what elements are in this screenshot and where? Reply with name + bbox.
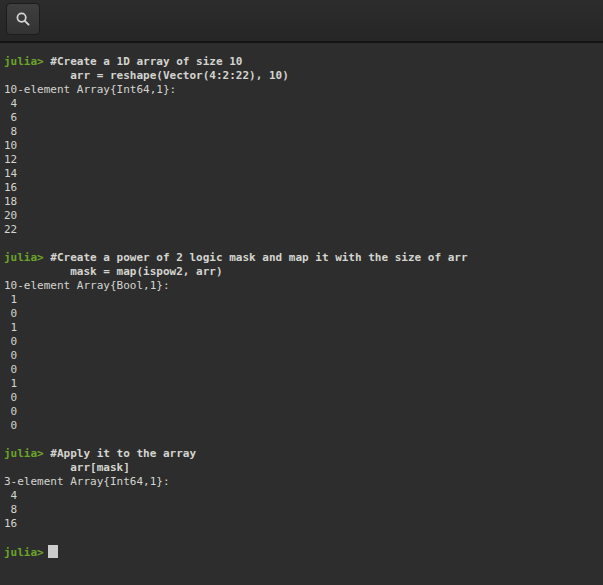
terminal-line: julia> <box>4 545 599 559</box>
terminal-line: 0 <box>4 419 599 433</box>
text-cursor <box>48 545 58 558</box>
terminal-line: arr[mask] <box>4 461 599 475</box>
terminal-text: #Apply it to the array <box>50 447 196 460</box>
terminal-text: 18 <box>4 195 17 208</box>
terminal-line: julia> #Create a power of 2 logic mask a… <box>4 251 599 265</box>
terminal-text: 12 <box>4 153 17 166</box>
terminal-line: 4 <box>4 97 599 111</box>
terminal-text: 10-element Array{Int64,1}: <box>4 83 176 96</box>
terminal-text: 3-element Array{Int64,1}: <box>4 475 170 488</box>
terminal-line: 0 <box>4 363 599 377</box>
julia-prompt: julia> <box>4 447 50 460</box>
terminal-line: 3-element Array{Int64,1}: <box>4 475 599 489</box>
terminal-text: arr[mask] <box>4 461 130 474</box>
terminal-text: #Create a power of 2 logic mask and map … <box>50 251 467 264</box>
terminal-text: 20 <box>4 209 17 222</box>
terminal-text: 0 <box>4 391 17 404</box>
terminal-text: 10 <box>4 139 17 152</box>
terminal-line: 0 <box>4 335 599 349</box>
terminal-line: 20 <box>4 209 599 223</box>
terminal-line: 0 <box>4 405 599 419</box>
terminal-text: 0 <box>4 363 17 376</box>
terminal-line: 16 <box>4 517 599 531</box>
terminal-text: 0 <box>4 405 17 418</box>
terminal-text: 0 <box>4 335 17 348</box>
terminal-text: 0 <box>4 349 17 362</box>
terminal-text: 14 <box>4 167 17 180</box>
terminal-line <box>4 433 599 447</box>
terminal-text: 4 <box>4 97 17 110</box>
terminal-text: 1 <box>4 377 17 390</box>
toolbar <box>0 0 603 43</box>
terminal-line: 1 <box>4 293 599 307</box>
search-button[interactable] <box>6 3 40 35</box>
terminal[interactable]: julia> #Create a 1D array of size 10 arr… <box>0 43 603 559</box>
terminal-line: 22 <box>4 223 599 237</box>
terminal-line: 1 <box>4 321 599 335</box>
search-icon <box>15 11 31 27</box>
terminal-line: 4 <box>4 489 599 503</box>
terminal-line: mask = map(ispow2, arr) <box>4 265 599 279</box>
terminal-line: 0 <box>4 391 599 405</box>
terminal-line: 0 <box>4 349 599 363</box>
terminal-line: 8 <box>4 503 599 517</box>
terminal-text: 16 <box>4 517 17 530</box>
terminal-line: 10 <box>4 139 599 153</box>
terminal-text: mask = map(ispow2, arr) <box>4 265 223 278</box>
terminal-text: 4 <box>4 489 17 502</box>
julia-prompt: julia> <box>4 55 50 68</box>
julia-prompt: julia> <box>4 546 44 559</box>
terminal-line: 12 <box>4 153 599 167</box>
terminal-line: 0 <box>4 307 599 321</box>
terminal-line: 14 <box>4 167 599 181</box>
terminal-text: 22 <box>4 223 17 236</box>
terminal-line: 18 <box>4 195 599 209</box>
terminal-text: #Create a 1D array of size 10 <box>50 55 242 68</box>
terminal-text: 1 <box>4 321 17 334</box>
terminal-line: 16 <box>4 181 599 195</box>
terminal-line: 1 <box>4 377 599 391</box>
terminal-text: 8 <box>4 503 17 516</box>
julia-prompt: julia> <box>4 251 50 264</box>
terminal-line: julia> #Create a 1D array of size 10 <box>4 55 599 69</box>
terminal-text: 8 <box>4 125 17 138</box>
terminal-line <box>4 237 599 251</box>
terminal-text: 6 <box>4 111 17 124</box>
terminal-line: julia> #Apply it to the array <box>4 447 599 461</box>
terminal-text: 0 <box>4 419 17 432</box>
terminal-line: arr = reshape(Vector(4:2:22), 10) <box>4 69 599 83</box>
terminal-line <box>4 531 599 545</box>
terminal-line: 6 <box>4 111 599 125</box>
terminal-line: 10-element Array{Int64,1}: <box>4 83 599 97</box>
terminal-text: 0 <box>4 307 17 320</box>
terminal-line: 8 <box>4 125 599 139</box>
terminal-text: 16 <box>4 181 17 194</box>
terminal-text: arr = reshape(Vector(4:2:22), 10) <box>4 69 289 82</box>
terminal-text: 1 <box>4 293 17 306</box>
terminal-line: 10-element Array{Bool,1}: <box>4 279 599 293</box>
terminal-text: 10-element Array{Bool,1}: <box>4 279 170 292</box>
